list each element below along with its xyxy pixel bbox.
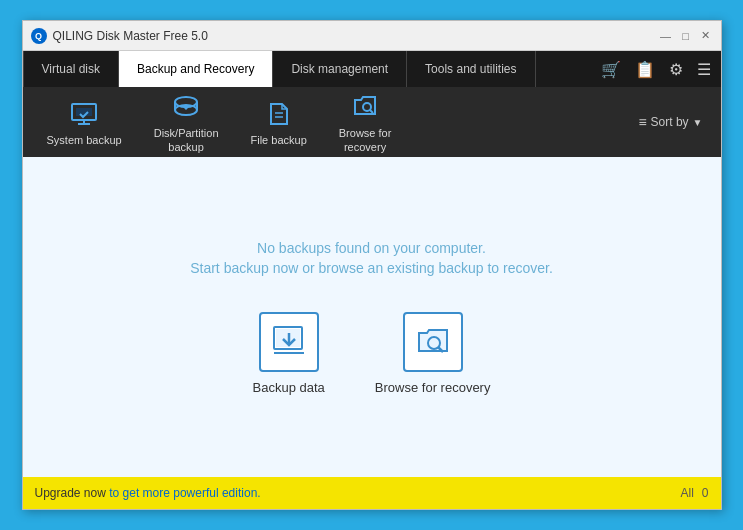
svg-line-12 <box>370 110 373 113</box>
gear-icon-button[interactable]: ⚙ <box>667 58 685 81</box>
browse-recovery-label: Browse forrecovery <box>339 126 392 155</box>
browse-recovery-action-label: Browse for recovery <box>375 380 491 395</box>
file-backup-icon <box>263 98 295 130</box>
svg-point-11 <box>363 103 371 111</box>
browse-for-recovery-button[interactable]: Browse forrecovery <box>325 84 406 161</box>
cart-icon-button[interactable]: 🛒 <box>599 58 623 81</box>
backup-data-label: Backup data <box>253 380 325 395</box>
nav-tabs: Virtual disk Backup and Recovery Disk ma… <box>23 51 591 87</box>
titlebar: Q QILING Disk Master Free 5.0 — □ ✕ <box>23 21 721 51</box>
disk-partition-backup-button[interactable]: Disk/Partitionbackup <box>140 84 233 161</box>
navbar: Virtual disk Backup and Recovery Disk ma… <box>23 51 721 87</box>
sort-icon: ≡ <box>638 114 646 130</box>
tab-virtual-disk[interactable]: Virtual disk <box>23 51 119 87</box>
status-text: Upgrade now to get more powerful edition… <box>35 486 261 500</box>
app-icon: Q <box>31 28 47 44</box>
browse-recovery-action-button[interactable]: Browse for recovery <box>375 312 491 395</box>
system-backup-label: System backup <box>47 134 122 146</box>
sort-by-button[interactable]: ≡ Sort by ▼ <box>630 110 710 134</box>
empty-line2: Start backup now or browse an existing b… <box>190 260 553 276</box>
titlebar-controls: — □ ✕ <box>659 29 713 43</box>
titlebar-left: Q QILING Disk Master Free 5.0 <box>31 28 208 44</box>
nav-icons: 🛒 📋 ⚙ ☰ <box>591 51 721 87</box>
minimize-button[interactable]: — <box>659 29 673 43</box>
disk-partition-backup-icon <box>170 90 202 122</box>
sort-chevron-icon: ▼ <box>693 117 703 128</box>
empty-line1: No backups found on your computer. <box>190 240 553 256</box>
upgrade-link[interactable]: to get more powerful edition. <box>109 486 260 500</box>
disk-partition-label: Disk/Partitionbackup <box>154 126 219 155</box>
statusbar: Upgrade now to get more powerful edition… <box>23 477 721 509</box>
file-backup-label: File backup <box>251 134 307 146</box>
upgrade-prefix: Upgrade now <box>35 486 110 500</box>
system-backup-button[interactable]: System backup <box>33 92 136 152</box>
backup-data-icon <box>259 312 319 372</box>
file-backup-button[interactable]: File backup <box>237 92 321 152</box>
close-button[interactable]: ✕ <box>699 29 713 43</box>
sort-label: Sort by <box>651 115 689 129</box>
tab-tools-utilities[interactable]: Tools and utilities <box>407 51 535 87</box>
empty-actions: Backup data Browse for recovery <box>253 312 491 395</box>
document-icon-button[interactable]: 📋 <box>633 58 657 81</box>
menu-icon-button[interactable]: ☰ <box>695 58 713 81</box>
main-window: Q QILING Disk Master Free 5.0 — □ ✕ Virt… <box>22 20 722 510</box>
count-label: All <box>680 486 693 500</box>
titlebar-title: QILING Disk Master Free 5.0 <box>53 29 208 43</box>
content-area: No backups found on your computer. Start… <box>23 157 721 477</box>
tab-disk-management[interactable]: Disk management <box>273 51 407 87</box>
status-right: All 0 <box>680 486 708 500</box>
system-backup-icon <box>68 98 100 130</box>
browse-recovery-action-icon <box>403 312 463 372</box>
browse-recovery-icon <box>349 90 381 122</box>
toolbar: System backup Disk/Partitionbackup <box>23 87 721 157</box>
count-value: 0 <box>702 486 709 500</box>
backup-data-button[interactable]: Backup data <box>253 312 325 395</box>
empty-message: No backups found on your computer. Start… <box>190 240 553 280</box>
tab-backup-recovery[interactable]: Backup and Recovery <box>119 51 273 87</box>
maximize-button[interactable]: □ <box>679 29 693 43</box>
